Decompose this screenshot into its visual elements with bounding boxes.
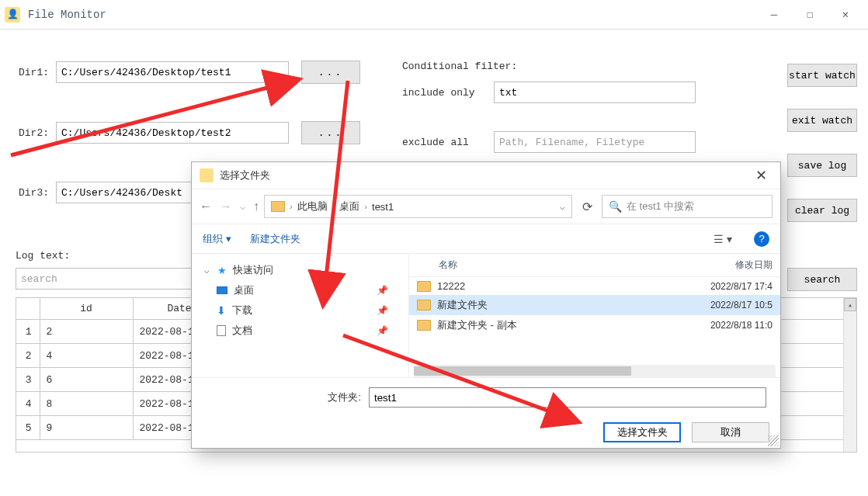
new-folder-button[interactable]: 新建文件夹	[250, 232, 300, 246]
table-cell: 8	[40, 392, 133, 416]
nav-desktop[interactable]: 桌面 📌	[201, 280, 399, 300]
file-date: 2022/8/17 10:5	[679, 300, 773, 310]
file-item[interactable]: 新建文件夹2022/8/17 10:5	[409, 295, 780, 315]
pin-icon: 📌	[377, 305, 388, 316]
view-options-icon[interactable]: ☰ ▾	[713, 231, 735, 248]
file-item[interactable]: 122222022/8/17 17:4	[409, 277, 780, 295]
window-buttons: — ☐ ✕	[756, 3, 863, 26]
crumb-desktop[interactable]: 桌面	[339, 199, 359, 213]
close-button[interactable]: ✕	[828, 3, 863, 26]
star-icon: ★	[217, 265, 227, 276]
nav-arrows: ← → ⌵ ↑	[200, 199, 259, 213]
file-date: 2022/8/17 17:4	[679, 281, 773, 292]
resize-grip[interactable]	[768, 435, 779, 446]
dialog-close-button[interactable]: ✕	[749, 166, 773, 185]
folder-field[interactable]	[369, 387, 766, 408]
include-input[interactable]	[494, 82, 696, 103]
table-cell: 6	[40, 368, 133, 392]
start-watch-button[interactable]: start watch	[787, 64, 857, 87]
file-name: 新建文件夹	[437, 298, 679, 312]
crumb-dropdown-icon[interactable]: ⌵	[560, 202, 565, 212]
refresh-button[interactable]: ⟳	[577, 196, 597, 217]
document-icon	[217, 325, 226, 336]
file-item[interactable]: 新建文件夹 - 副本2022/8/18 11:0	[409, 315, 780, 335]
breadcrumb[interactable]: › 此电脑 › 桌面 › test1 ⌵	[264, 195, 572, 218]
nav-recent-icon[interactable]: ⌵	[240, 201, 245, 212]
folder-icon	[417, 281, 431, 292]
log-search-button[interactable]: search	[787, 268, 857, 291]
file-date: 2022/8/18 11:0	[679, 320, 773, 331]
dir2-input[interactable]	[56, 122, 289, 144]
organize-menu[interactable]: 组织 ▾	[203, 232, 231, 246]
filelist-date-header[interactable]: 修改日期	[679, 258, 773, 272]
dir1-input[interactable]	[56, 61, 289, 83]
side-buttons: start watch exit watch save log clear lo…	[787, 64, 857, 222]
nav-downloads-label: 下载	[232, 303, 252, 317]
dir1-label: Dir1:	[16, 67, 56, 78]
filter-heading: Conditional filter:	[402, 61, 697, 72]
minimize-button[interactable]: —	[756, 3, 792, 26]
folder-icon	[417, 300, 431, 310]
crumb-sep-icon: ›	[364, 202, 367, 211]
table-cell: 9	[40, 416, 133, 440]
folder-icon	[417, 320, 431, 331]
dialog-search-placeholder: 在 test1 中搜索	[627, 199, 694, 213]
folder-field-label: 文件夹:	[206, 390, 361, 404]
table-cell: 1	[16, 320, 40, 344]
cancel-button[interactable]: 取消	[692, 422, 769, 442]
dir2-browse-button[interactable]: ...	[301, 121, 360, 144]
nav-documents-label: 文档	[232, 324, 252, 338]
col-rownum[interactable]	[16, 298, 40, 320]
desktop-icon	[217, 286, 227, 294]
nav-quick-label: 快速访问	[233, 263, 273, 277]
chevron-down-icon: ⌵	[204, 265, 210, 276]
nav-documents[interactable]: 文档 📌	[201, 321, 399, 341]
folder-dialog: 选择文件夹 ✕ ← → ⌵ ↑ › 此电脑 › 桌面 › test1 ⌵ ⟳ 🔍…	[191, 161, 781, 449]
folder-icon	[271, 201, 285, 212]
window-title: File Monitor	[28, 9, 756, 21]
table-cell: 4	[40, 344, 133, 368]
exit-watch-button[interactable]: exit watch	[787, 109, 857, 132]
nav-desktop-label: 桌面	[234, 283, 254, 297]
filelist-name-header[interactable]: 名称	[417, 258, 679, 272]
table-cell: 5	[16, 416, 40, 440]
file-name: 新建文件夹 - 副本	[437, 318, 679, 332]
scroll-up-icon[interactable]: ▴	[844, 298, 856, 311]
clear-log-button[interactable]: clear log	[787, 199, 857, 222]
select-folder-button[interactable]: 选择文件夹	[603, 422, 681, 442]
col-id[interactable]: id	[40, 298, 133, 320]
nav-back-icon[interactable]: ←	[200, 199, 212, 213]
crumb-pc[interactable]: 此电脑	[297, 199, 328, 213]
table-cell: 4	[16, 392, 40, 416]
pin-icon: 📌	[377, 325, 388, 336]
maximize-button[interactable]: ☐	[792, 3, 828, 26]
search-icon: 🔍	[609, 200, 622, 213]
filelist-hscroll[interactable]	[414, 365, 776, 377]
download-icon: ⬇	[217, 304, 226, 317]
nav-downloads[interactable]: ⬇ 下载 📌	[201, 300, 399, 321]
save-log-button[interactable]: save log	[787, 154, 857, 177]
help-icon[interactable]: ?	[754, 231, 769, 247]
file-name: 12222	[437, 280, 679, 292]
nav-quick-access[interactable]: ⌵ ★ 快速访问	[201, 260, 399, 280]
dir1-browse-button[interactable]: ...	[301, 61, 360, 84]
crumb-test1[interactable]: test1	[372, 201, 394, 213]
table-cell: 3	[16, 368, 40, 392]
nav-pane: ⌵ ★ 快速访问 桌面 📌 ⬇ 下载 📌 文档 📌	[192, 254, 409, 377]
table-cell: 2	[16, 344, 40, 368]
exclude-label: exclude all	[402, 137, 486, 148]
dialog-title: 选择文件夹	[220, 168, 749, 182]
app-icon: 👤	[5, 7, 20, 23]
titlebar: 👤 File Monitor — ☐ ✕	[0, 0, 868, 29]
dialog-icon	[200, 168, 214, 182]
table-cell: 2	[40, 320, 133, 344]
exclude-input[interactable]	[494, 131, 696, 153]
dir3-label: Dir3:	[16, 187, 56, 199]
crumb-sep-icon: ›	[332, 202, 335, 211]
log-scrollbar[interactable]: ▴	[843, 298, 856, 452]
crumb-sep-icon: ›	[290, 202, 293, 211]
nav-forward-icon[interactable]: →	[220, 199, 232, 213]
nav-up-icon[interactable]: ↑	[253, 199, 259, 213]
include-label: include only	[402, 87, 486, 99]
dialog-search[interactable]: 🔍 在 test1 中搜索	[602, 195, 773, 218]
